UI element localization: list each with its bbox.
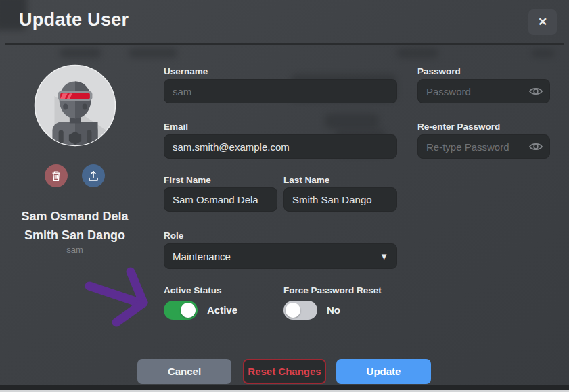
close-icon: ✕ <box>538 16 547 28</box>
force-password-reset-state: No <box>327 304 340 316</box>
update-user-modal: Update User ✕ <box>0 0 569 392</box>
username-label: Username <box>164 66 208 76</box>
modal-bottom-shadow <box>0 385 569 390</box>
blurred-background-shape <box>325 114 379 128</box>
robot-avatar-icon <box>34 64 116 147</box>
first-name-label: First Name <box>164 175 211 185</box>
last-name-label: Last Name <box>283 175 329 185</box>
profile-name-line2: Smith San Dango <box>5 226 144 245</box>
email-label: Email <box>164 122 188 132</box>
toggle-knob <box>286 303 300 318</box>
force-password-reset-label: Force Password Reset <box>283 285 382 295</box>
first-name-input[interactable] <box>164 187 277 212</box>
role-selected-value: Maintenance <box>173 251 231 262</box>
close-button[interactable]: ✕ <box>528 9 557 35</box>
reset-changes-button[interactable]: Reset Changes <box>243 359 326 384</box>
active-status-toggle[interactable] <box>164 301 198 320</box>
delete-avatar-button[interactable] <box>45 164 68 187</box>
page-title: Update User <box>19 9 129 30</box>
update-button[interactable]: Update <box>336 359 431 384</box>
chevron-down-icon: ▼ <box>380 251 388 262</box>
cancel-button[interactable]: Cancel <box>137 359 231 384</box>
show-password-icon[interactable] <box>528 141 543 153</box>
trash-icon <box>51 170 62 182</box>
profile-full-name: Sam Osmand Dela Smith San Dango <box>5 207 144 245</box>
upload-avatar-button[interactable] <box>82 164 105 187</box>
blurred-background-shape <box>60 48 101 58</box>
upload-icon <box>88 170 99 182</box>
profile-username: sam <box>5 245 144 255</box>
active-status-state: Active <box>207 304 237 316</box>
reenter-password-field <box>417 134 550 159</box>
annotation-arrow <box>80 265 161 333</box>
show-password-icon[interactable] <box>528 85 543 97</box>
active-status-label: Active Status <box>164 285 222 295</box>
role-label: Role <box>164 230 183 241</box>
avatar <box>34 64 116 147</box>
header-divider <box>5 43 564 45</box>
force-password-reset-toggle[interactable] <box>283 301 317 320</box>
email-input[interactable] <box>164 134 397 159</box>
password-field <box>417 79 550 103</box>
blurred-background-shape <box>532 49 555 57</box>
toggle-knob <box>181 303 196 318</box>
password-label: Password <box>417 66 461 76</box>
blurred-background-shape <box>396 48 438 58</box>
blurred-background-shape <box>129 48 177 58</box>
profile-name-line1: Sam Osmand Dela <box>5 207 144 226</box>
last-name-input[interactable] <box>283 187 397 212</box>
reenter-password-label: Re-enter Password <box>417 122 500 132</box>
username-input[interactable] <box>164 79 397 103</box>
role-select[interactable]: Maintenance ▼ <box>164 243 397 269</box>
